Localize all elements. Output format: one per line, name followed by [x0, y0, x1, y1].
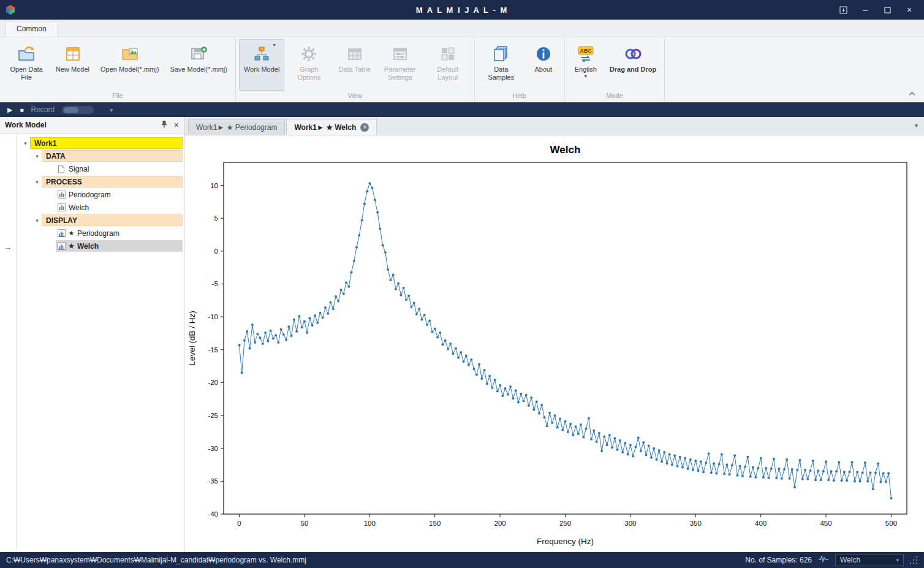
svg-text:-5: -5: [212, 280, 218, 287]
svg-text:350: 350: [690, 520, 702, 527]
close-tab-icon[interactable]: ×: [360, 123, 369, 132]
section-label[interactable]: DISPLAY: [42, 214, 183, 226]
open-data-file-button[interactable]: Open Data File: [3, 39, 50, 91]
button-label: Parameter Settings: [382, 66, 418, 81]
work-model-button[interactable]: ▾ Work Model: [239, 39, 284, 91]
document-tab-bar: Work1► ★ Periodogram Work1► ★ Welch × ▾: [184, 117, 924, 135]
tab-common[interactable]: Common: [5, 21, 58, 37]
close-button[interactable]: ×: [898, 2, 920, 18]
close-icon[interactable]: ×: [174, 121, 179, 129]
graph-options-button: Graph Options: [286, 39, 332, 91]
tree-section-process[interactable]: ▾ PROCESS: [17, 175, 184, 188]
save-model-icon: [188, 44, 209, 64]
button-label: Open Data File: [8, 66, 45, 81]
layout-grid-icon: [437, 44, 458, 64]
tab-label: Work1► ★ Welch: [294, 123, 356, 132]
titlebar: M A L M I J A L - M – ×: [0, 0, 924, 20]
document-icon: [57, 165, 66, 173]
svg-text:-15: -15: [208, 346, 218, 354]
toggle-knob: [64, 107, 78, 113]
chart-icon: [57, 191, 66, 199]
maximize-button[interactable]: [876, 2, 898, 18]
chevron-down-icon[interactable]: ▾: [32, 218, 42, 224]
tree-item-periodogram-process[interactable]: Periodogram: [17, 188, 184, 201]
tab-welch[interactable]: Work1► ★ Welch ×: [286, 119, 377, 135]
pin-icon[interactable]: [161, 119, 168, 131]
open-model-button[interactable]: Open Model(*.mmj): [96, 39, 164, 91]
star-icon: ★: [69, 230, 74, 237]
button-label: Open Model(*.mmj): [100, 66, 159, 74]
svg-text:Level (dB / Hz): Level (dB / Hz): [187, 311, 197, 365]
svg-text:0: 0: [237, 520, 241, 527]
button-label: Data Samples: [483, 66, 520, 81]
ribbon-group-help: Data Samples About Help: [475, 37, 565, 102]
tree-item-signal[interactable]: Signal: [17, 162, 184, 175]
bar-chart-icon: [57, 242, 66, 251]
record-toggle[interactable]: [62, 106, 94, 114]
selector-value: Welch: [840, 556, 860, 564]
svg-text:150: 150: [429, 520, 441, 527]
info-icon: [533, 44, 554, 64]
chevron-down-icon[interactable]: ▾: [32, 179, 42, 185]
content-area: Work1► ★ Periodogram Work1► ★ Welch × ▾ …: [184, 117, 924, 552]
svg-text:-10: -10: [208, 313, 218, 320]
tree-section-data[interactable]: ▾ DATA: [17, 150, 184, 162]
chevron-down-icon[interactable]: ▾: [110, 107, 113, 113]
stop-icon[interactable]: ■: [20, 107, 23, 113]
chevron-down-icon[interactable]: ▾: [32, 153, 42, 159]
panel-gutter: →: [0, 134, 17, 552]
record-bar: ▶ ■ Record ▾: [0, 102, 924, 117]
button-label: About: [534, 66, 552, 74]
record-label: Record: [31, 105, 55, 114]
tree-item-welch-process[interactable]: Welch: [17, 201, 184, 214]
drag-and-drop-button[interactable]: Drag and Drop: [605, 39, 661, 91]
button-label: Graph Options: [290, 66, 327, 81]
tab-periodogram[interactable]: Work1► ★ Periodogram: [188, 119, 285, 135]
minimize-button[interactable]: –: [854, 2, 876, 18]
tree-section-display[interactable]: ▾ DISPLAY: [17, 214, 184, 227]
work-model-icon: [251, 44, 272, 64]
work-model-panel: Work Model × →: [0, 117, 184, 552]
language-button[interactable]: ABC English ▾: [568, 39, 604, 91]
arrow-right-icon[interactable]: →: [4, 243, 12, 252]
chevron-down-icon[interactable]: ▾: [915, 122, 918, 129]
item-label: Welch: [69, 203, 89, 212]
svg-text:0: 0: [214, 248, 218, 255]
section-label[interactable]: PROCESS: [42, 176, 183, 187]
ribbon-group-mode: ABC English ▾ Drag and Drop: [565, 37, 665, 102]
ribbon-collapse-button[interactable]: [907, 89, 917, 97]
item-label: Periodogram: [77, 229, 119, 238]
tree-item-welch-display[interactable]: ★ Welch: [17, 240, 184, 252]
section-label[interactable]: DATA: [42, 150, 183, 162]
svg-text:10: 10: [210, 182, 218, 189]
window-title: M A L M I J A L - M: [0, 6, 924, 15]
svg-text:100: 100: [364, 520, 376, 527]
new-model-button[interactable]: New Model: [51, 39, 94, 91]
about-button[interactable]: About: [526, 39, 561, 91]
chevron-down-icon: ▾: [585, 74, 588, 78]
chevron-down-icon[interactable]: ▾: [21, 140, 30, 146]
tree-node-work1[interactable]: ▾ Work1: [17, 137, 184, 150]
parameter-settings-button: Parameter Settings: [377, 39, 423, 91]
drag-drop-icon: [623, 44, 643, 64]
svg-text:-35: -35: [208, 477, 218, 485]
new-model-icon: [62, 44, 83, 64]
group-label-mode: Mode: [565, 91, 664, 102]
tree-item-periodogram-display[interactable]: ★ Periodogram: [17, 227, 184, 240]
tree-root-label[interactable]: Work1: [30, 137, 183, 149]
ribbon: Open Data File New Model: [0, 37, 924, 102]
play-icon[interactable]: ▶: [7, 106, 12, 114]
star-icon: ★: [69, 243, 74, 249]
button-label: Work Model: [244, 66, 279, 74]
open-folder-icon: [16, 44, 37, 64]
data-samples-button[interactable]: Data Samples: [478, 39, 524, 91]
dataset-selector[interactable]: Welch ▾: [835, 555, 904, 566]
layout-restore-icon[interactable]: [832, 2, 854, 18]
group-label-view: View: [236, 91, 474, 102]
save-model-button[interactable]: Save Model(*.mmj): [165, 39, 232, 91]
settings-window-icon: [390, 44, 411, 64]
resize-grip[interactable]: [910, 556, 918, 564]
button-label: New Model: [56, 66, 89, 74]
table-icon: [344, 44, 365, 64]
group-label-help: Help: [475, 91, 564, 102]
